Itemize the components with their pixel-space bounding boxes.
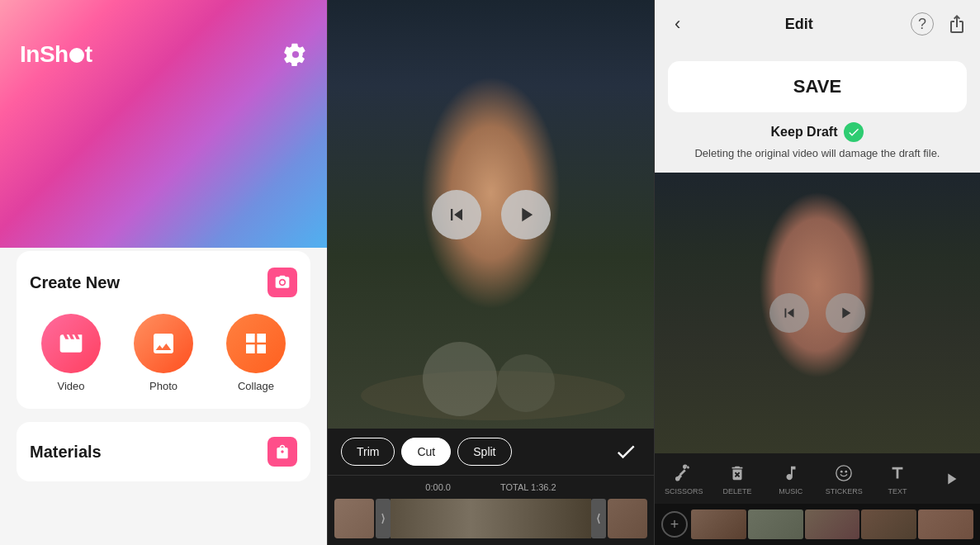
header-icons: ? [911,12,967,36]
logo-o [69,48,84,63]
music-icon [779,462,802,485]
play-button[interactable] [501,190,551,239]
delete-label: DELETE [723,487,752,495]
confirm-button[interactable] [611,437,641,467]
music-label: MUSIC [779,487,802,495]
editor-tools-bar: Trim Cut Split [328,429,654,475]
bottom-thumbs-row [691,509,973,539]
playback-controls [432,190,551,239]
scissors-label: SCISSORS [665,487,703,495]
add-clip-button[interactable]: + [661,511,688,538]
back-button[interactable]: ‹ [668,10,687,38]
materials-section[interactable]: Materials [17,422,310,481]
svg-point-2 [497,354,555,412]
video-table-overlay [328,263,654,429]
svg-point-5 [845,471,848,473]
video-circle-icon [41,314,101,373]
materials-title: Materials [30,443,102,462]
timeline-thumb-right [608,499,647,538]
timeline-handle-right[interactable] [591,499,606,538]
bottom-thumb-1 [691,509,746,539]
create-new-section: Create New Video [17,251,310,409]
save-button[interactable]: SAVE [668,61,967,112]
app-logo: InSht [20,41,92,68]
toolbar-delete[interactable]: DELETE [712,458,764,499]
toolbar-music[interactable]: MUSIC [765,458,817,499]
timeline-handle-left[interactable] [376,499,391,538]
bottom-timeline: + [655,504,980,545]
delete-icon [726,462,749,485]
scissors-icon [672,462,695,485]
text-icon [886,462,909,485]
save-play-button[interactable] [826,293,865,333]
split-tab[interactable]: Split [457,438,511,466]
bottom-thumb-3 [805,509,860,539]
svg-point-3 [836,466,851,481]
bottom-toolbar: SCISSORS DELETE MUSIC [655,453,980,504]
trim-tab[interactable]: Trim [341,438,395,466]
toolbar-stickers[interactable]: STICKERS [818,458,870,499]
home-gradient-bg: InSht [0,0,327,248]
timeline-time-row: 0:00.0 TOTAL 1:36.2 [328,482,654,492]
timeline-content [391,499,591,538]
toolbar-scissors[interactable]: SCISSORS [658,458,710,499]
camera-button[interactable] [267,268,297,297]
svg-point-1 [423,342,497,416]
edit-title: Edit [785,16,813,33]
cut-tab[interactable]: Cut [401,438,451,466]
bottom-thumb-2 [748,509,803,539]
create-photo-button[interactable]: Photo [134,314,193,392]
materials-bag-icon [267,437,297,467]
create-video-button[interactable]: Video [41,314,101,392]
more-icon [940,467,963,490]
photo-label: Photo [149,380,178,392]
text-label: TEXT [888,487,907,495]
home-panel: InSht Create New [0,0,327,545]
timeline-area: 0:00.0 TOTAL 1:36.2 [328,475,654,545]
save-video-preview [655,173,980,453]
keep-draft-row: Keep Draft [668,122,967,142]
collage-label: Collage [238,380,274,392]
save-skip-back-button[interactable] [769,293,809,333]
settings-button[interactable] [284,43,307,66]
stickers-icon [832,462,855,485]
save-playback-controls [769,293,865,333]
total-time: TOTAL 1:36.2 [500,482,556,492]
home-bottom: Create New Video [0,231,327,545]
create-collage-button[interactable]: Collage [226,314,286,392]
current-time: 0:00.0 [425,482,451,492]
toolbar-more[interactable] [925,464,977,494]
save-header: ‹ Edit ? [655,0,980,48]
video-preview-area [328,0,654,429]
create-buttons-row: Video Photo [30,314,297,392]
bottom-thumb-5 [918,509,973,539]
skip-back-button[interactable] [432,190,481,239]
video-label: Video [57,380,84,392]
draft-warning-text: Deleting the original video will damage … [668,147,967,159]
timeline-strip[interactable] [328,497,654,540]
home-header: InSht [0,0,327,81]
timeline-thumb-left [334,499,374,538]
bottom-thumb-4 [861,509,916,539]
share-button[interactable] [947,14,967,34]
svg-point-4 [840,471,843,473]
toolbar-text[interactable]: TEXT [872,458,924,499]
editor-panel: Trim Cut Split 0:00.0 TOTAL 1:36.2 [327,0,654,545]
help-button[interactable]: ? [911,12,934,36]
keep-draft-label: Keep Draft [771,125,838,140]
keep-draft-check[interactable] [844,122,864,142]
create-new-header: Create New [30,268,297,297]
create-new-title: Create New [30,273,120,292]
collage-circle-icon [226,314,286,373]
save-panel: ‹ Edit ? SAVE Keep Draft Deleting the or… [654,0,980,545]
stickers-label: STICKERS [826,487,863,495]
photo-circle-icon [134,314,193,373]
save-popup: SAVE Keep Draft Deleting the original vi… [655,48,980,173]
